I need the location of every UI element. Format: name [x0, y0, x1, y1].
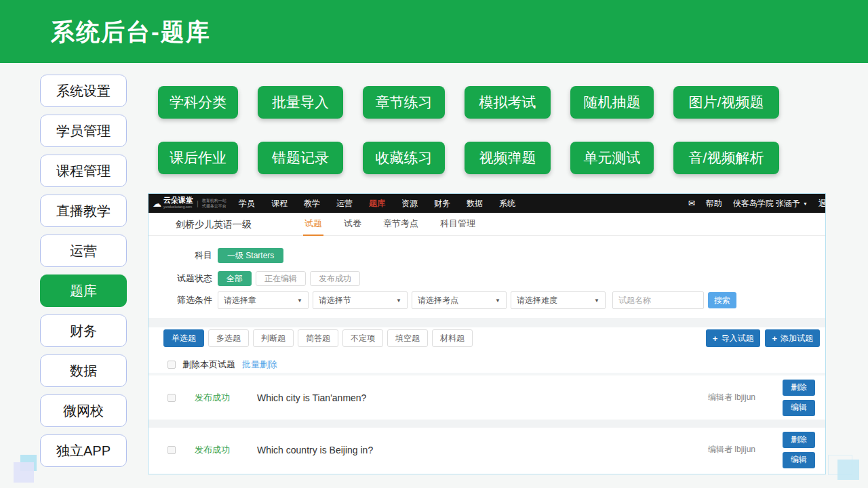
feature-audio-video-analysis[interactable]: 音/视频解析	[673, 142, 779, 174]
sidebar-item-course-mgmt[interactable]: 课程管理	[40, 155, 127, 187]
admin-topnav: 学员 课程 教学 运营 题库 资源 财务 数据 系统	[239, 194, 515, 213]
topnav-students[interactable]: 学员	[239, 198, 255, 209]
feature-mock-exam[interactable]: 模拟考试	[465, 86, 551, 119]
section-tabs: 试题 试卷 章节考点 科目管理	[303, 213, 477, 236]
topnav-data[interactable]: 数据	[467, 198, 483, 209]
feature-unit-test[interactable]: 单元测试	[570, 142, 654, 174]
logo-tagline-2: 式服务云平台	[202, 203, 226, 209]
topnav-resources[interactable]: 资源	[401, 198, 418, 209]
divider	[149, 318, 825, 327]
decorative-square	[14, 462, 34, 483]
status-editing-button[interactable]: 正在编辑	[256, 271, 306, 286]
type-tab-single-choice[interactable]: 单选题	[163, 329, 204, 347]
difficulty-select[interactable]: 请选择难度 ▼	[511, 291, 606, 309]
edit-button[interactable]: 编辑	[783, 400, 815, 416]
status-published-button[interactable]: 发布成功	[310, 271, 360, 286]
edit-button[interactable]: 编辑	[783, 452, 815, 468]
feature-random-draw[interactable]: 随机抽题	[570, 86, 654, 119]
type-tab-short-answer[interactable]: 简答题	[298, 329, 338, 347]
status-all-button[interactable]: 全部	[218, 271, 252, 286]
sidebar-item-standalone-app[interactable]: 独立APP	[40, 434, 127, 467]
topnav-finance[interactable]: 财务	[434, 198, 450, 209]
subject-tag[interactable]: 一级 Starters	[218, 248, 283, 263]
type-tab-fill-blank[interactable]: 填空题	[387, 329, 428, 347]
feature-homework[interactable]: 课后作业	[158, 142, 238, 174]
tab-chapter-points[interactable]: 章节考点	[382, 213, 420, 236]
sidebar-item-data[interactable]: 数据	[40, 354, 127, 387]
logo-name: 云朵课堂	[163, 197, 193, 203]
tab-questions[interactable]: 试题	[303, 213, 323, 236]
sidebar-item-operations[interactable]: 运营	[40, 235, 127, 267]
page-title: 系统后台-题库	[51, 16, 211, 47]
sidebar-item-finance[interactable]: 财务	[40, 314, 127, 347]
sidebar-item-question-bank[interactable]: 题库	[40, 274, 127, 307]
admin-topbar: ☁ 云朵课堂 yunduoketang.com | 教育机构一站 式服务云平台 …	[149, 194, 825, 213]
import-questions-button[interactable]: + 导入试题	[706, 329, 761, 347]
page-header: 系统后台-题库	[0, 0, 868, 63]
logout-link[interactable]: 退出	[818, 198, 826, 209]
feature-chapter-practice[interactable]: 章节练习	[363, 86, 445, 119]
course-title: 剑桥少儿英语一级	[176, 219, 252, 231]
tab-subject-mgmt[interactable]: 科目管理	[439, 213, 477, 236]
search-button[interactable]: 搜索	[708, 292, 736, 308]
chapter-select[interactable]: 请选择章 ▼	[218, 291, 309, 309]
page: 系统后台-题库 系统设置 学员管理 课程管理 直播教学 运营 题库 财务 数据 …	[0, 0, 868, 488]
toolbar-actions: + 导入试题 + 添加试题	[706, 329, 820, 347]
topnav-operations[interactable]: 运营	[336, 198, 353, 209]
logo-tagline-1: 教育机构一站	[202, 198, 226, 203]
section-select-value: 请选择节	[319, 295, 351, 306]
feature-wrong-question-record[interactable]: 错题记录	[258, 142, 343, 174]
account-menu[interactable]: 侠客岛学院 张涵予 ▼	[733, 198, 808, 209]
batch-row: 删除本页试题 批量删除	[167, 359, 277, 371]
sidebar: 系统设置 学员管理 课程管理 直播教学 运营 题库 财务 数据 微网校 独立AP…	[40, 75, 127, 467]
question-text: Which city is Tian'anmen?	[257, 392, 366, 403]
question-name-input[interactable]	[612, 291, 704, 309]
feature-grid: 学科分类 批量导入 章节练习 模拟考试 随机抽题 图片/视频题 课后作业 错题记…	[158, 86, 779, 174]
feature-favorite-practice[interactable]: 收藏练习	[363, 142, 445, 174]
status-badge: 发布成功	[195, 444, 241, 456]
account-name: 侠客岛学院 张涵予	[733, 198, 800, 209]
import-questions-label: 导入试题	[721, 333, 753, 344]
topnav-system[interactable]: 系统	[499, 198, 515, 209]
sidebar-item-system-settings[interactable]: 系统设置	[40, 75, 127, 107]
row-checkbox[interactable]	[167, 394, 176, 402]
cloud-icon: ☁	[153, 199, 161, 209]
mail-icon[interactable]: ✉	[688, 199, 695, 208]
delete-button[interactable]: 删除	[783, 432, 815, 448]
filter-row-status: 试题状态 全部 正在编辑 发布成功	[161, 271, 364, 286]
help-link[interactable]: 帮助	[706, 198, 722, 209]
caret-down-icon: ▼	[297, 298, 302, 304]
filter-row-subject: 科目 一级 Starters	[161, 248, 283, 263]
feature-row-2: 课后作业 错题记录 收藏练习 视频弹题 单元测试 音/视频解析	[158, 142, 779, 174]
type-tab-indefinite[interactable]: 不定项	[342, 329, 383, 347]
sidebar-item-micro-school[interactable]: 微网校	[40, 394, 127, 427]
topnav-courses[interactable]: 课程	[271, 198, 288, 209]
knowledge-point-select[interactable]: 请选择考点 ▼	[412, 291, 507, 309]
feature-subject-category[interactable]: 学科分类	[158, 86, 238, 119]
add-question-button[interactable]: + 添加试题	[765, 329, 820, 347]
caret-down-icon: ▼	[495, 298, 500, 304]
section-select[interactable]: 请选择节 ▼	[313, 291, 408, 309]
topnav-teaching[interactable]: 教学	[304, 198, 320, 209]
topbar-right: ✉ 帮助 侠客岛学院 张涵予 ▼ 退出	[688, 194, 826, 213]
row-checkbox[interactable]	[167, 446, 176, 454]
delete-button[interactable]: 删除	[783, 380, 815, 396]
feature-video-popup-question[interactable]: 视频弹题	[465, 142, 551, 174]
feature-batch-import[interactable]: 批量导入	[258, 86, 343, 119]
type-tab-multi-choice[interactable]: 多选题	[208, 329, 249, 347]
feature-image-video-question[interactable]: 图片/视频题	[673, 86, 779, 119]
sidebar-item-live-teaching[interactable]: 直播教学	[40, 195, 127, 227]
type-tab-true-false[interactable]: 判断题	[253, 329, 294, 347]
tab-papers[interactable]: 试卷	[342, 213, 363, 236]
select-all-checkbox[interactable]	[167, 361, 176, 369]
difficulty-select-value: 请选择难度	[517, 295, 557, 306]
decorative-square	[837, 460, 859, 480]
plus-icon: +	[772, 333, 777, 344]
topnav-question-bank[interactable]: 题库	[369, 198, 385, 209]
type-tab-material[interactable]: 材料题	[432, 329, 473, 347]
sidebar-item-student-mgmt[interactable]: 学员管理	[40, 115, 127, 147]
feature-row-1: 学科分类 批量导入 章节练习 模拟考试 随机抽题 图片/视频题	[158, 86, 779, 119]
batch-delete-link[interactable]: 批量删除	[242, 359, 277, 371]
question-row: 发布成功 Which country is Beijing in? 编辑者 lb…	[149, 428, 825, 472]
question-type-tabs: 单选题 多选题 判断题 简答题 不定项 填空题 材料题	[163, 329, 473, 347]
